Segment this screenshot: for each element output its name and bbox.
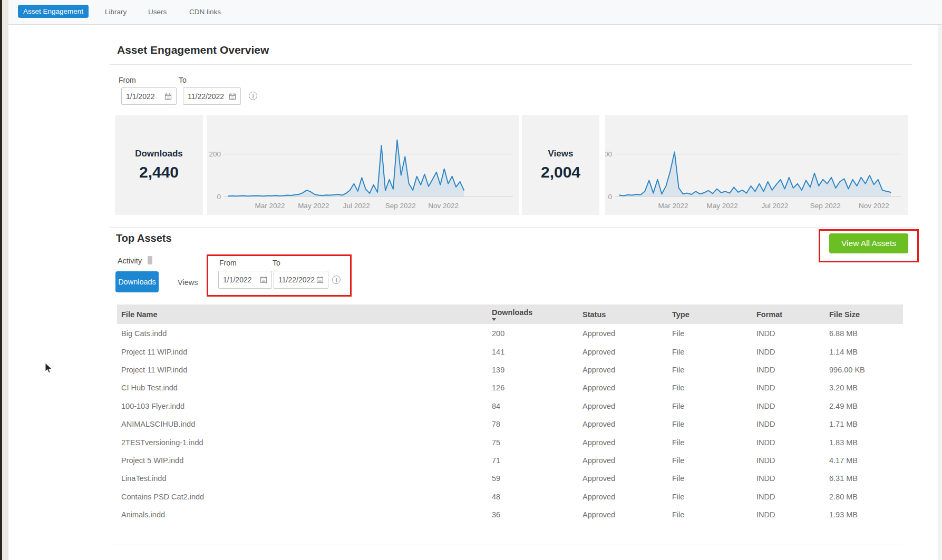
overview-from-date-input[interactable]: 1/1/2022: [121, 87, 177, 105]
cell-format: INDD: [756, 420, 829, 428]
cell-type: File: [672, 420, 756, 428]
tab-asset-engagement-label: Asset Engagement: [23, 7, 83, 15]
cell-format: INDD: [756, 510, 829, 519]
cell-downloads: 59: [492, 474, 582, 483]
svg-text:Mar 2022: Mar 2022: [255, 202, 285, 210]
cell-format: INDD: [756, 456, 829, 465]
views-card-label: Views: [548, 149, 574, 159]
table-row[interactable]: Contains PSD Cat2.indd48ApprovedFileINDD…: [117, 488, 903, 506]
svg-text:200: 200: [209, 150, 221, 158]
calendar-icon[interactable]: [229, 93, 236, 100]
table-row[interactable]: Project 11 WIP.indd141ApprovedFileINDD1.…: [117, 342, 903, 360]
top-assets-title: Top Assets: [116, 232, 172, 244]
views-trend-chart: 1000Mar 2022May 2022Jul 2022Sep 2022Nov …: [605, 115, 908, 215]
downloads-trend-chart: 2000Mar 2022May 2022Jul 2022Sep 2022Nov …: [207, 115, 519, 215]
scrollbar-track[interactable]: [938, 0, 942, 560]
cell-downloads: 84: [492, 402, 582, 410]
overview-to-date-value: 11/22/2022: [188, 92, 224, 101]
svg-text:Nov 2022: Nov 2022: [859, 202, 889, 210]
table-row[interactable]: LinaTest.indd59ApprovedFileINDD6.31 MB: [117, 469, 903, 487]
cell-type: File: [672, 348, 756, 356]
cell-file: Big Cats.indd: [117, 329, 492, 338]
downloads-toggle-button[interactable]: Downloads: [115, 271, 159, 292]
top-nav-bar: Asset Engagement Library Users CDN links: [8, 0, 942, 25]
activity-label: Activity: [118, 257, 142, 265]
column-header-downloads[interactable]: Downloads: [492, 308, 582, 321]
downloads-card-label: Downloads: [135, 149, 183, 159]
top-assets-from-label: From: [219, 259, 237, 267]
overview-to-label: To: [179, 76, 187, 84]
top-assets-from-date-input[interactable]: 1/1/2022: [218, 271, 272, 289]
table-row[interactable]: Project 11 WIP.indd139ApprovedFileINDD99…: [117, 361, 903, 379]
cell-status: Approved: [582, 384, 672, 392]
tab-users[interactable]: Users: [148, 8, 167, 16]
table-row[interactable]: CI Hub Test.indd126ApprovedFileINDD3.20 …: [117, 379, 903, 397]
cell-format: INDD: [756, 402, 829, 410]
table-row[interactable]: Project 5 WIP.indd71ApprovedFileINDD4.17…: [117, 451, 903, 469]
cell-file: Project 11 WIP.indd: [117, 348, 492, 356]
downloads-toggle-label: Downloads: [118, 278, 156, 286]
cell-status: Approved: [582, 329, 672, 338]
cell-size: 1.93 MB: [829, 510, 903, 519]
calendar-icon[interactable]: [164, 93, 172, 100]
info-icon[interactable]: i: [332, 276, 341, 284]
table-row[interactable]: 2TESTversioning-1.indd75ApprovedFileINDD…: [117, 433, 903, 451]
top-assets-to-label: To: [273, 259, 280, 267]
cell-size: 6.31 MB: [829, 474, 903, 483]
info-icon[interactable]: i: [249, 92, 257, 100]
cell-size: 6.88 MB: [829, 329, 903, 338]
cell-status: Approved: [582, 438, 672, 447]
divider-top-assets: [110, 227, 915, 228]
tab-library[interactable]: Library: [105, 8, 127, 16]
cell-size: 2.80 MB: [829, 493, 903, 501]
svg-text:100: 100: [605, 150, 612, 158]
cell-format: INDD: [756, 348, 829, 356]
top-assets-to-date-input[interactable]: 11/22/2022: [274, 271, 328, 289]
cell-status: Approved: [582, 456, 672, 465]
cell-file: CI Hub Test.indd: [117, 384, 492, 392]
overview-to-date-input[interactable]: 11/22/2022: [183, 87, 241, 105]
column-header-file-size[interactable]: File Size: [829, 310, 903, 319]
cell-downloads: 48: [492, 493, 582, 501]
svg-text:Sep 2022: Sep 2022: [810, 202, 841, 210]
cell-status: Approved: [582, 510, 672, 519]
mouse-cursor: [44, 362, 55, 374]
view-all-assets-button[interactable]: View All Assets: [829, 233, 908, 253]
table-bottom-divider: [112, 545, 903, 545]
cell-status: Approved: [582, 493, 672, 501]
column-header-file-name[interactable]: File Name: [117, 310, 492, 319]
column-header-format[interactable]: Format: [756, 310, 829, 319]
cell-format: INDD: [756, 384, 829, 392]
cell-downloads: 78: [492, 420, 582, 428]
table-row[interactable]: 100-103 Flyer.indd84ApprovedFileINDD2.49…: [117, 397, 903, 415]
calendar-icon[interactable]: [260, 276, 267, 283]
table-row[interactable]: Big Cats.indd200ApprovedFileINDD6.88 MB: [117, 325, 903, 342]
cell-type: File: [672, 474, 756, 483]
column-header-status[interactable]: Status: [582, 310, 672, 319]
activity-toggle[interactable]: [148, 256, 152, 264]
downloads-card-value: 2,440: [139, 163, 179, 181]
svg-text:Sep 2022: Sep 2022: [385, 202, 416, 210]
views-toggle-button[interactable]: Views: [178, 278, 198, 287]
table-body: Big Cats.indd200ApprovedFileINDD6.88 MBP…: [117, 325, 903, 524]
tab-cdn-links[interactable]: CDN links: [189, 8, 221, 16]
cell-status: Approved: [582, 366, 672, 374]
views-card-value: 2,004: [541, 163, 580, 181]
svg-text:Mar 2022: Mar 2022: [658, 202, 688, 210]
cell-downloads: 71: [492, 456, 582, 465]
calendar-icon[interactable]: [316, 276, 324, 283]
cell-downloads: 139: [492, 366, 582, 374]
overview-from-label: From: [119, 76, 136, 84]
page-title: Asset Engagement Overview: [117, 44, 269, 56]
cell-type: File: [672, 329, 756, 338]
column-header-type[interactable]: Type: [672, 310, 756, 319]
table-row[interactable]: Animals.indd36ApprovedFileINDD1.93 MB: [117, 506, 903, 524]
cell-format: INDD: [756, 329, 829, 338]
cell-status: Approved: [582, 348, 672, 356]
table-row[interactable]: ANIMALSCIHUB.indd78ApprovedFileINDD1.71 …: [117, 415, 903, 433]
tab-asset-engagement[interactable]: Asset Engagement: [18, 5, 89, 18]
view-all-assets-label: View All Assets: [841, 239, 896, 248]
cell-status: Approved: [582, 474, 672, 483]
cell-size: 2.49 MB: [829, 402, 903, 410]
svg-text:Jul 2022: Jul 2022: [343, 202, 370, 210]
